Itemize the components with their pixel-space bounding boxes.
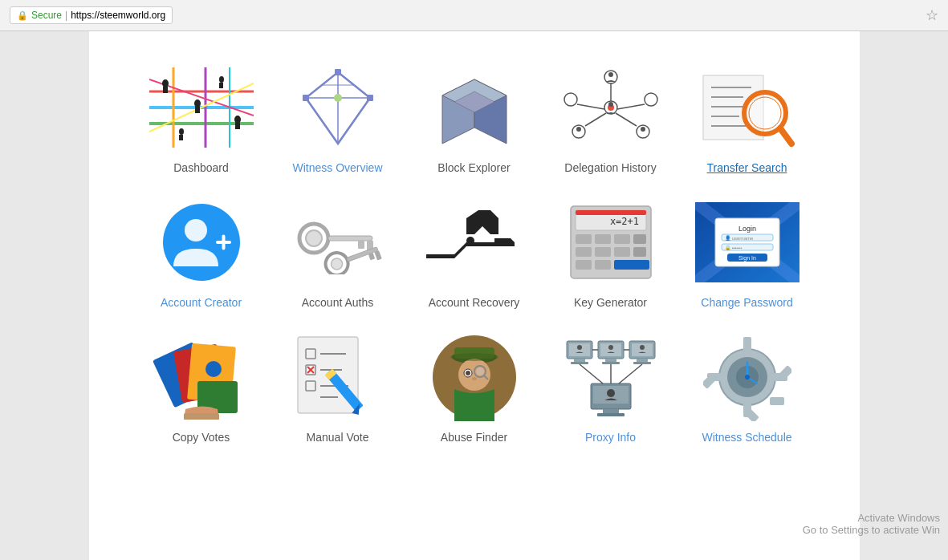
svg-rect-76 [358, 241, 364, 249]
tool-item-proxy-info[interactable]: Proxy Info [555, 333, 667, 444]
icon-block-explorer [422, 63, 527, 152]
tool-item-transfer-search[interactable]: Transfer Search [691, 63, 804, 174]
lock-icon: 🔒 [17, 10, 28, 21]
tool-item-copy-votes[interactable]: Copy Votes [145, 333, 258, 444]
svg-rect-16 [235, 123, 240, 129]
svg-point-136 [458, 359, 490, 391]
tool-item-change-password[interactable]: Login 👤 username 🔒 •••••• Sign In Change… [691, 198, 804, 309]
svg-rect-12 [195, 107, 200, 113]
svg-rect-34 [367, 95, 373, 101]
svg-rect-95 [614, 247, 630, 257]
svg-rect-10 [163, 87, 168, 93]
icon-account-recovery [422, 198, 527, 286]
bookmark-button[interactable]: ☆ [926, 6, 938, 24]
svg-text:👤 username: 👤 username [725, 235, 754, 241]
svg-rect-158 [637, 359, 648, 362]
tool-label-copy-votes: Copy Votes [173, 431, 230, 444]
tool-item-delegation-history[interactable]: Delegation History [555, 63, 667, 174]
svg-rect-119 [184, 413, 219, 420]
svg-rect-166 [597, 413, 625, 416]
svg-rect-14 [219, 83, 223, 88]
icon-copy-votes [149, 333, 254, 421]
svg-point-35 [334, 94, 342, 102]
svg-point-11 [194, 99, 201, 108]
svg-rect-175 [743, 337, 751, 351]
icon-abuse-finder: ? [422, 333, 527, 421]
svg-point-143 [472, 377, 477, 380]
svg-point-150 [577, 345, 582, 350]
svg-point-15 [234, 116, 241, 124]
tool-label-key-generator: Key Generator [574, 296, 647, 309]
tool-item-account-creator[interactable]: Account Creator [145, 198, 258, 309]
svg-rect-97 [576, 260, 592, 270]
tool-item-dashboard[interactable]: Dashboard [145, 63, 258, 174]
svg-point-48 [576, 127, 581, 132]
icon-witness-overview [286, 63, 390, 152]
svg-rect-99 [614, 260, 649, 270]
svg-rect-91 [614, 234, 630, 244]
svg-rect-165 [603, 409, 619, 413]
tool-label-account-auths: Account Auths [302, 296, 374, 309]
svg-point-117 [205, 361, 222, 377]
tool-item-key-generator[interactable]: x=2+1 [555, 198, 667, 309]
svg-rect-149 [571, 362, 588, 364]
tools-grid: Dashboard [137, 63, 812, 444]
icon-delegation-history [559, 63, 663, 152]
svg-rect-96 [633, 247, 646, 257]
svg-point-84 [466, 237, 474, 245]
tool-item-account-auths[interactable]: Account Auths [282, 198, 394, 309]
icon-transfer-search [695, 63, 799, 152]
svg-point-13 [219, 76, 224, 83]
tool-label-abuse-finder: Abuse Finder [441, 431, 507, 444]
svg-point-141 [476, 367, 484, 375]
tool-label-witness-schedule: Witness Schedule [702, 431, 791, 444]
tool-label-account-recovery: Account Recovery [429, 296, 520, 309]
svg-rect-32 [335, 69, 341, 75]
svg-rect-153 [605, 359, 616, 362]
tool-label-block-explorer: Block Explorer [437, 161, 510, 174]
tool-item-manual-vote[interactable]: Manual Vote [282, 333, 394, 444]
icon-key-generator: x=2+1 [559, 198, 663, 286]
icon-account-auths [286, 198, 390, 286]
svg-rect-88 [576, 210, 646, 215]
secure-text: Secure [31, 10, 62, 21]
svg-rect-90 [595, 234, 611, 244]
svg-rect-148 [574, 359, 585, 362]
svg-rect-93 [576, 247, 592, 257]
browser-toolbar: 🔒 Secure | https://steemworld.org ☆ [0, 0, 948, 31]
tool-label-change-password: Change Password [701, 296, 792, 309]
svg-point-17 [179, 128, 184, 135]
tool-item-abuse-finder[interactable]: ? Abuse Finder [418, 333, 531, 444]
svg-rect-154 [602, 362, 620, 364]
svg-point-66 [749, 97, 781, 129]
svg-text:x=2+1: x=2+1 [609, 216, 638, 227]
svg-rect-18 [179, 135, 183, 140]
tool-item-block-explorer[interactable]: Block Explorer [418, 63, 531, 174]
tool-label-transfer-search: Transfer Search [707, 161, 787, 174]
tool-label-account-creator: Account Creator [161, 296, 242, 309]
svg-point-185 [745, 375, 750, 379]
svg-point-155 [608, 345, 613, 350]
svg-point-139 [466, 371, 470, 375]
tool-label-witness-overview: Witness Overview [292, 161, 382, 174]
tool-item-witness-overview[interactable]: Witness Overview [282, 63, 394, 174]
icon-dashboard [149, 63, 254, 152]
svg-point-50 [641, 127, 645, 132]
svg-point-160 [640, 345, 645, 350]
tool-item-witness-schedule[interactable]: Witness Schedule [691, 333, 804, 444]
icon-account-creator [149, 198, 254, 286]
svg-rect-159 [633, 362, 651, 364]
tool-label-delegation-history: Delegation History [564, 161, 656, 174]
icon-change-password: Login 👤 username 🔒 •••••• Sign In [695, 198, 799, 286]
svg-rect-75 [328, 236, 372, 241]
url-text: https://steemworld.org [71, 10, 165, 21]
svg-text:🔒 ••••••: 🔒 •••••• [725, 245, 742, 251]
tool-label-dashboard: Dashboard [173, 161, 229, 174]
svg-rect-180 [770, 397, 784, 405]
svg-point-137 [450, 353, 498, 361]
icon-proxy-info [559, 333, 663, 421]
tool-label-proxy-info: Proxy Info [585, 431, 636, 444]
tool-item-account-recovery[interactable]: Account Recovery [418, 198, 531, 309]
svg-rect-33 [303, 95, 309, 101]
svg-point-9 [162, 79, 169, 87]
